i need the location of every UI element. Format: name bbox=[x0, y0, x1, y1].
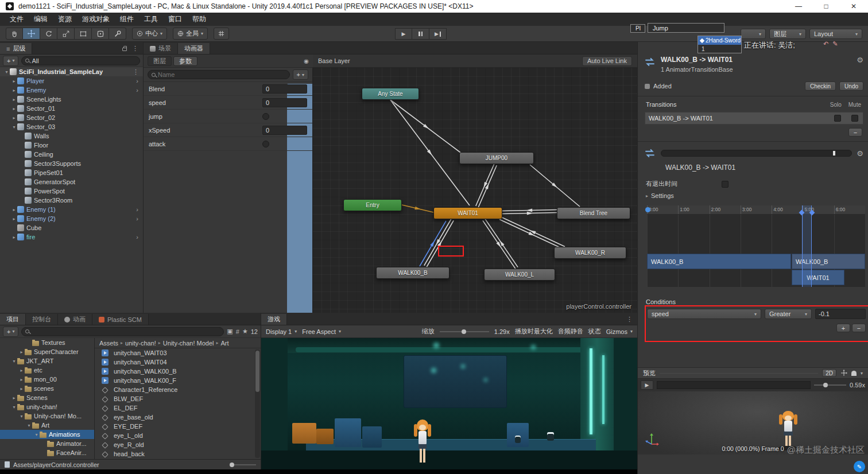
folder-row[interactable]: ▾ Art bbox=[0, 421, 94, 430]
expand-arrow-icon[interactable]: ▸ bbox=[11, 79, 17, 84]
hierarchy-row[interactable]: ▾ SciFi_Industrial_SampleLay ⋮ bbox=[0, 67, 143, 76]
expand-arrow-icon[interactable]: ▸ bbox=[18, 368, 25, 373]
state-machine-graph[interactable]: Any State JUMP00 Entry WAIT01 Blend Tree… bbox=[313, 68, 637, 313]
hierarchy-row[interactable]: Sector3Supports bbox=[0, 159, 143, 168]
expand-arrow-icon[interactable]: ▸ bbox=[18, 349, 25, 355]
condition-value-input[interactable] bbox=[815, 309, 866, 319]
expand-arrow-icon[interactable]: ▾ bbox=[11, 125, 17, 130]
project-search[interactable] bbox=[21, 327, 224, 336]
slider-handle[interactable] bbox=[833, 151, 835, 156]
panel-menu-icon[interactable]: ⋮ bbox=[132, 45, 138, 52]
expand-arrow-icon[interactable]: ▸ bbox=[18, 386, 25, 391]
layout-dropdown[interactable]: Layout▾ bbox=[809, 29, 862, 39]
breadcrumb-item[interactable]: Art bbox=[221, 340, 229, 347]
create-asset-button[interactable]: + ▾ bbox=[3, 327, 18, 337]
menu-item[interactable]: 帮助 bbox=[187, 13, 211, 25]
condition-parameter-dropdown[interactable]: speed▾ bbox=[647, 309, 761, 319]
expand-arrow-icon[interactable]: ▾ bbox=[11, 359, 17, 364]
preview-menu-caret-icon[interactable]: ▾ bbox=[861, 371, 863, 376]
pivot-toggle[interactable]: 中心▾ bbox=[132, 28, 167, 40]
maximize-button[interactable]: □ bbox=[822, 2, 830, 10]
condition-operator-dropdown[interactable]: Greater▾ bbox=[765, 309, 812, 319]
expand-arrow-icon[interactable]: ▸ bbox=[11, 88, 17, 93]
breadcrumb-item[interactable]: unity-chan! bbox=[125, 340, 156, 347]
favorites-star-icon[interactable]: ★ bbox=[242, 328, 248, 335]
stats-toggle[interactable]: 状态 bbox=[588, 327, 601, 336]
transition-list-row[interactable]: WALK00_B -> WAIT01 bbox=[645, 112, 863, 125]
expand-arrow-icon[interactable]: ▸ bbox=[11, 395, 17, 401]
folder-row[interactable]: ▾ JKT_ART bbox=[0, 356, 94, 366]
aspect-dropdown[interactable]: Free Aspect▾ bbox=[302, 328, 341, 335]
hierarchy-row[interactable]: ▸ SceneLights bbox=[0, 95, 143, 104]
asset-row[interactable]: eye_R_old bbox=[95, 440, 261, 449]
parameter-row[interactable]: jump bbox=[144, 110, 312, 123]
expand-arrow-icon[interactable]: ▾ bbox=[11, 405, 17, 410]
move-tool-button[interactable] bbox=[23, 28, 40, 40]
clip-bar-wait[interactable]: WAIT01 bbox=[792, 270, 844, 285]
menu-item[interactable]: 文件 bbox=[5, 13, 29, 25]
pen-annotation-icon[interactable]: ✎ bbox=[832, 40, 838, 48]
hierarchy-row[interactable]: Walls bbox=[0, 131, 143, 141]
expand-arrow-icon[interactable]: ▸ bbox=[11, 235, 17, 240]
asset-row[interactable]: unitychan_WALK00_F bbox=[95, 376, 261, 385]
expand-arrow-icon[interactable]: ▸ bbox=[11, 207, 17, 212]
undo-button[interactable]: Undo bbox=[839, 81, 863, 91]
close-button[interactable]: ✕ bbox=[850, 2, 858, 10]
hierarchy-row[interactable]: ▸ Enemy (2) › bbox=[0, 214, 143, 223]
scrollbar[interactable] bbox=[255, 349, 260, 458]
menu-item[interactable]: 窗口 bbox=[163, 13, 187, 25]
preview-header[interactable]: 预览 2D ▾ bbox=[638, 367, 868, 379]
parameter-value-field[interactable]: 0 bbox=[262, 126, 307, 135]
hierarchy-row[interactable]: Floor bbox=[0, 141, 143, 150]
transition-timeline[interactable]: 0:001:002:003:004:005:006:00 WALK00_B WA… bbox=[647, 205, 865, 287]
grid-snap-button[interactable] bbox=[214, 28, 229, 40]
transition-arrow[interactable] bbox=[414, 207, 421, 210]
folder-row[interactable]: Animator... bbox=[0, 439, 94, 448]
space-toggle[interactable]: 全局▾ bbox=[173, 28, 208, 40]
solo-checkbox[interactable] bbox=[834, 115, 841, 122]
parameter-value-field[interactable]: 0 bbox=[262, 84, 307, 94]
state-node[interactable]: Any State bbox=[362, 88, 419, 100]
create-object-button[interactable]: + ▾ bbox=[3, 56, 18, 66]
dropdown-selected-item[interactable]: 2Hand-Sword-Id bbox=[698, 36, 741, 45]
pause-button[interactable] bbox=[412, 28, 429, 40]
breadcrumb-item[interactable]: Assets bbox=[99, 340, 118, 347]
floating-pen-button[interactable]: ✎ bbox=[854, 461, 865, 472]
exit-time-checkbox[interactable] bbox=[722, 181, 728, 188]
scrollbar-thumb[interactable] bbox=[255, 351, 259, 392]
transition-arrow[interactable] bbox=[500, 240, 505, 246]
rotate-tool-button[interactable] bbox=[40, 28, 57, 40]
dropdown-item[interactable]: 1 bbox=[698, 45, 741, 53]
avatar-icon[interactable] bbox=[851, 371, 857, 376]
hierarchy-search[interactable] bbox=[21, 56, 140, 65]
asset-row[interactable]: EYE_DEF bbox=[95, 422, 261, 431]
step-button[interactable]: ▶ bbox=[429, 28, 447, 40]
add-parameter-button[interactable]: + ▾ bbox=[293, 69, 308, 80]
asset-row[interactable]: EL_DEF bbox=[95, 403, 261, 413]
state-node[interactable]: Blend Tree bbox=[557, 207, 630, 219]
remove-transition-button[interactable]: − bbox=[848, 128, 862, 137]
folder-row[interactable]: ▾ Unity-chan! Mo... bbox=[0, 411, 94, 421]
expand-arrow-icon[interactable]: ▸ bbox=[11, 106, 17, 111]
scene-menu-icon[interactable]: ⋮ bbox=[131, 68, 141, 76]
undo-annotation-icon[interactable]: ↶ bbox=[823, 40, 828, 48]
add-condition-button[interactable]: + bbox=[836, 324, 850, 332]
layers-subtab[interactable]: 图层 bbox=[148, 56, 172, 66]
slider-knob[interactable] bbox=[230, 463, 234, 467]
parameter-trigger-toggle[interactable] bbox=[262, 141, 269, 147]
overlay-dropdown-item[interactable]: Jump bbox=[648, 23, 724, 33]
folder-row[interactable]: ▸ mon_00 bbox=[0, 375, 94, 384]
hierarchy-row[interactable]: Sector3Room bbox=[0, 196, 143, 205]
state-node[interactable]: WALK00_R bbox=[554, 247, 626, 259]
project-search-input[interactable] bbox=[32, 328, 220, 335]
state-node[interactable]: Entry bbox=[343, 199, 402, 211]
asset-row[interactable]: head_back bbox=[95, 449, 261, 459]
panel-tab[interactable]: 控制台 bbox=[26, 314, 58, 325]
play-button[interactable]: ▶ bbox=[395, 28, 412, 40]
preview-speed-slider[interactable] bbox=[814, 384, 846, 386]
menu-item[interactable]: 工具 bbox=[139, 13, 163, 25]
expand-arrow-icon[interactable]: ▸ bbox=[11, 216, 17, 222]
preview-play-button[interactable]: ▶ bbox=[641, 380, 653, 390]
panel-tab[interactable]: 动画 bbox=[58, 314, 92, 325]
slider-knob[interactable] bbox=[823, 383, 828, 387]
